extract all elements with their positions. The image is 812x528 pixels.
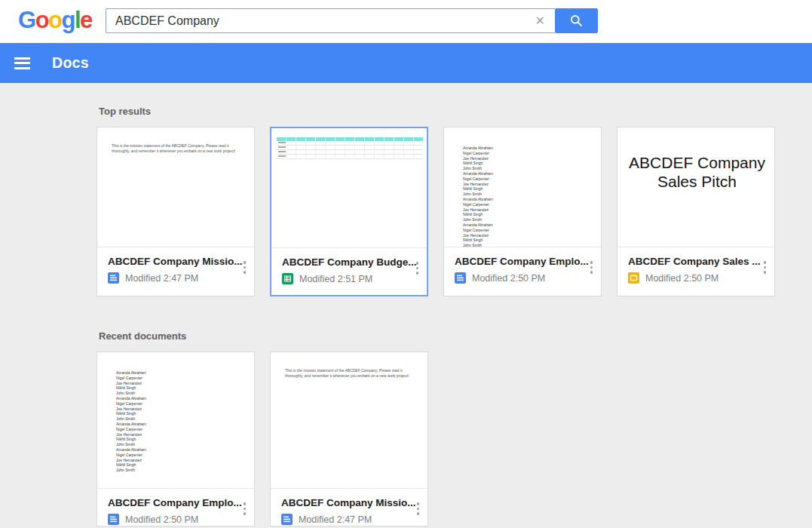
top-results-row: This is the mission statement of the ABC… (97, 127, 812, 296)
app-title: Docs (52, 54, 89, 72)
thumbnail-text: ABCDEF Company Sales Pitch (617, 127, 774, 191)
spreadsheet-preview (277, 137, 423, 159)
doc-modified: Modified 2:50 PM (125, 514, 198, 525)
doc-card-mission-recent[interactable]: This is the mission statement of the ABC… (270, 351, 428, 526)
doc-card-sales-pitch[interactable]: ABCDEF Company Sales Pitch ABCDEF Compan… (617, 127, 775, 296)
doc-title: ABCDEF Company Missio... (281, 497, 417, 508)
search-input[interactable] (106, 8, 555, 33)
app-bar: Docs (0, 43, 812, 83)
doc-modified: Modified 2:51 PM (299, 274, 372, 284)
top-search-bar: Google ✕ (0, 0, 812, 43)
doc-thumbnail: Amanda AbrahamNigel CarpenterJoe Hernand… (444, 127, 601, 247)
doc-card-budget[interactable]: ABCDEF Company Budge... Modified 2:51 PM (270, 127, 428, 296)
more-options-icon[interactable] (414, 259, 421, 277)
search-icon (569, 14, 584, 28)
doc-thumbnail (271, 128, 427, 248)
thumbnail-text: This is the mission statement of the ABC… (285, 368, 418, 379)
docs-icon (108, 272, 119, 284)
search-form: ✕ (106, 8, 598, 33)
search-button[interactable] (555, 8, 598, 33)
sheets-icon (282, 273, 293, 284)
doc-title: ABCDEF Company Budge... (282, 256, 416, 268)
docs-icon (108, 514, 119, 525)
doc-card-employees[interactable]: Amanda AbrahamNigel CarpenterJoe Hernand… (443, 127, 602, 296)
doc-thumbnail: This is the mission statement of the ABC… (271, 352, 427, 489)
slides-icon (628, 272, 639, 284)
recent-documents-row: Amanda AbrahamNigel CarpenterJoe Hernand… (97, 351, 812, 526)
doc-modified: Modified 2:50 PM (472, 273, 545, 284)
more-options-icon[interactable] (415, 500, 422, 517)
doc-card-mission[interactable]: This is the mission statement of the ABC… (97, 127, 255, 296)
more-options-icon[interactable] (241, 259, 249, 276)
doc-thumbnail: ABCDEF Company Sales Pitch (617, 127, 774, 247)
more-options-icon[interactable] (241, 500, 249, 517)
doc-thumbnail: Amanda AbrahamNigel CarpenterJoe Hernand… (97, 352, 254, 489)
clear-search-icon[interactable]: ✕ (535, 14, 545, 28)
docs-icon (281, 514, 293, 525)
doc-title: ABCDEF Company Emplo... (455, 256, 590, 267)
google-logo[interactable]: Google (18, 7, 92, 34)
doc-title: ABCDEF Company Sales ... (628, 256, 764, 267)
more-options-icon[interactable] (761, 259, 769, 276)
menu-icon[interactable] (14, 57, 30, 69)
thumbnail-text: This is the mission statement of the ABC… (112, 143, 244, 154)
doc-title: ABCDEF Company Emplo... (108, 497, 244, 508)
doc-title: ABCDEF Company Missio... (108, 256, 244, 267)
doc-modified: Modified 2:47 PM (125, 273, 198, 284)
doc-thumbnail: This is the mission statement of the ABC… (97, 127, 254, 247)
section-label-top-results: Top results (99, 106, 812, 117)
doc-card-employees-recent[interactable]: Amanda AbrahamNigel CarpenterJoe Hernand… (97, 351, 255, 526)
section-label-recent-documents: Recent documents (99, 330, 812, 342)
docs-icon (455, 272, 466, 284)
doc-modified: Modified 2:50 PM (645, 273, 719, 284)
more-options-icon[interactable] (588, 259, 596, 276)
results-area: Top results This is the mission statemen… (0, 83, 812, 528)
doc-modified: Modified 2:47 PM (299, 514, 372, 525)
